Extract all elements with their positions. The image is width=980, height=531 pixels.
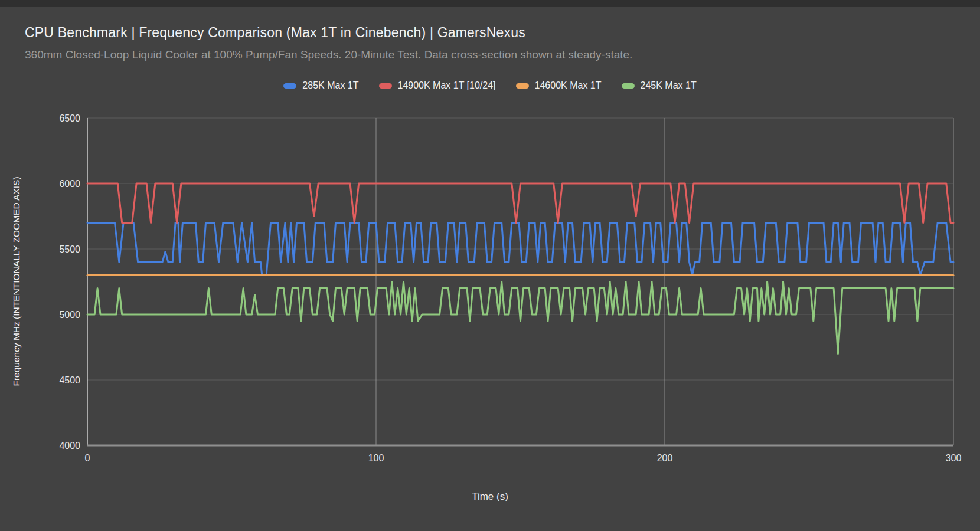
y-tick-label: 5000 [59,310,80,320]
x-axis-title: Time (s) [0,491,980,503]
y-tick-label: 4000 [59,441,80,451]
y-tick-label: 5500 [59,244,80,254]
x-tick-label: 0 [85,453,90,463]
series-line-14900k-max-1t-10-24- [87,183,953,223]
y-tick-label: 4500 [59,375,80,385]
y-axis-title: Frequency MHz (INTENTIONALLY ZOOMED AXIS… [11,172,22,391]
x-tick-label: 200 [657,453,673,463]
chart-svg: 4000450050005500600065000100200300 [0,0,980,531]
x-tick-label: 100 [368,453,384,463]
chart-page: CPU Benchmark | Frequency Comparison (Ma… [0,0,980,531]
y-tick-label: 6500 [59,113,80,123]
y-tick-label: 6000 [59,179,80,189]
series-line-245k-max-1t [87,282,953,354]
x-tick-label: 300 [946,453,962,463]
